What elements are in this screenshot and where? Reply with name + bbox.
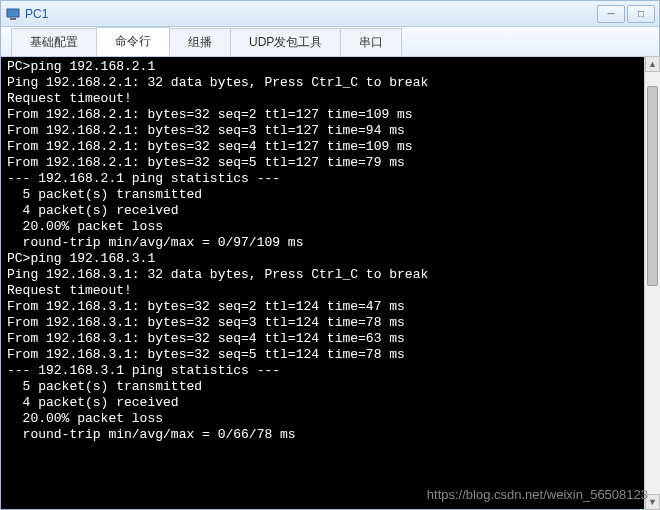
terminal-line: From 192.168.2.1: bytes=32 seq=4 ttl=127… <box>7 139 653 155</box>
terminal-line: 5 packet(s) transmitted <box>7 379 653 395</box>
terminal-line: From 192.168.2.1: bytes=32 seq=5 ttl=127… <box>7 155 653 171</box>
tab-multicast[interactable]: 组播 <box>169 28 231 56</box>
app-icon <box>5 6 21 22</box>
terminal-line: 5 packet(s) transmitted <box>7 187 653 203</box>
terminal-line: round-trip min/avg/max = 0/66/78 ms <box>7 427 653 443</box>
tab-basic[interactable]: 基础配置 <box>11 28 97 56</box>
minimize-button[interactable]: ─ <box>597 5 625 23</box>
scroll-up-button[interactable]: ▲ <box>645 56 660 72</box>
scroll-thumb[interactable] <box>647 86 658 286</box>
tabs-bar: 基础配置 命令行 组播 UDP发包工具 串口 <box>1 27 659 57</box>
terminal-line: From 192.168.2.1: bytes=32 seq=3 ttl=127… <box>7 123 653 139</box>
terminal-line: From 192.168.3.1: bytes=32 seq=4 ttl=124… <box>7 331 653 347</box>
terminal-line: Request timeout! <box>7 91 653 107</box>
terminal-line: PC>ping 192.168.2.1 <box>7 59 653 75</box>
terminal-line: Ping 192.168.2.1: 32 data bytes, Press C… <box>7 75 653 91</box>
tab-udp[interactable]: UDP发包工具 <box>230 28 341 56</box>
tab-serial[interactable]: 串口 <box>340 28 402 56</box>
maximize-button[interactable]: □ <box>627 5 655 23</box>
terminal-line: From 192.168.3.1: bytes=32 seq=3 ttl=124… <box>7 315 653 331</box>
terminal-line: 20.00% packet loss <box>7 411 653 427</box>
terminal-line: 4 packet(s) received <box>7 395 653 411</box>
terminal-line: round-trip min/avg/max = 0/97/109 ms <box>7 235 653 251</box>
terminal-line: From 192.168.3.1: bytes=32 seq=5 ttl=124… <box>7 347 653 363</box>
terminal-line: From 192.168.3.1: bytes=32 seq=2 ttl=124… <box>7 299 653 315</box>
terminal-line: --- 192.168.3.1 ping statistics --- <box>7 363 653 379</box>
tab-cmdline[interactable]: 命令行 <box>96 27 170 56</box>
svg-rect-1 <box>10 18 16 20</box>
terminal-line: Ping 192.168.3.1: 32 data bytes, Press C… <box>7 267 653 283</box>
terminal-line: 4 packet(s) received <box>7 203 653 219</box>
title-left: PC1 <box>5 6 48 22</box>
watermark-text: https://blog.csdn.net/weixin_56508123 <box>427 487 648 502</box>
scrollbar[interactable]: ▲ ▼ <box>644 56 660 510</box>
terminal-line: From 192.168.2.1: bytes=32 seq=2 ttl=127… <box>7 107 653 123</box>
terminal-line: PC>ping 192.168.3.1 <box>7 251 653 267</box>
window-frame: PC1 ─ □ 基础配置 命令行 组播 UDP发包工具 串口 PC>ping 1… <box>0 0 660 510</box>
titlebar[interactable]: PC1 ─ □ <box>1 1 659 27</box>
terminal-line: --- 192.168.2.1 ping statistics --- <box>7 171 653 187</box>
terminal-line: Request timeout! <box>7 283 653 299</box>
svg-rect-0 <box>7 9 19 17</box>
window-controls: ─ □ <box>597 5 655 23</box>
terminal-output[interactable]: PC>ping 192.168.2.1Ping 192.168.2.1: 32 … <box>1 57 659 509</box>
terminal-line: 20.00% packet loss <box>7 219 653 235</box>
window-title: PC1 <box>25 7 48 21</box>
